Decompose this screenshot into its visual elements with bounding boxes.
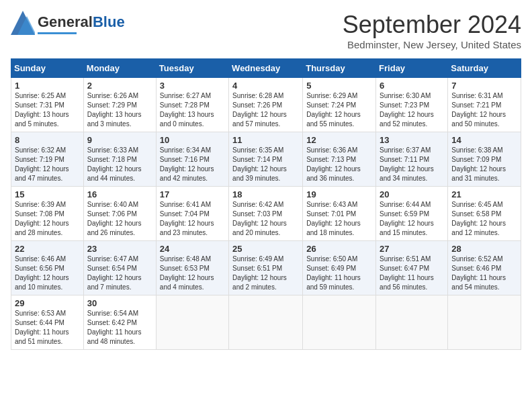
calendar-cell: 6 Sunrise: 6:30 AMSunset: 7:23 PMDayligh… — [376, 78, 448, 132]
calendar-cell: 3 Sunrise: 6:27 AMSunset: 7:28 PMDayligh… — [156, 78, 228, 132]
day-number: 8 — [15, 135, 80, 145]
logo: GeneralBlue — [11, 11, 125, 38]
day-number: 19 — [306, 189, 372, 199]
day-number: 27 — [380, 244, 444, 254]
location: Bedminster, New Jersey, United States — [343, 39, 521, 50]
cell-info: Sunrise: 6:53 AMSunset: 6:44 PMDaylight:… — [15, 310, 69, 345]
calendar-cell: 9 Sunrise: 6:33 AMSunset: 7:18 PMDayligh… — [83, 132, 156, 187]
day-number: 4 — [232, 81, 299, 91]
day-of-week-header: Friday — [376, 59, 448, 78]
day-number: 3 — [160, 81, 225, 91]
cell-info: Sunrise: 6:37 AMSunset: 7:11 PMDaylight:… — [380, 146, 434, 182]
calendar-table: SundayMondayTuesdayWednesdayThursdayFrid… — [11, 58, 521, 350]
cell-info: Sunrise: 6:49 AMSunset: 6:51 PMDaylight:… — [232, 255, 287, 291]
calendar-cell — [229, 295, 303, 350]
day-number: 5 — [306, 81, 372, 91]
cell-info: Sunrise: 6:54 AMSunset: 6:42 PMDaylight:… — [87, 310, 142, 345]
cell-info: Sunrise: 6:40 AMSunset: 7:06 PMDaylight:… — [87, 201, 142, 236]
cell-info: Sunrise: 6:38 AMSunset: 7:09 PMDaylight:… — [451, 146, 506, 182]
cell-info: Sunrise: 6:32 AMSunset: 7:19 PMDaylight:… — [15, 146, 69, 182]
day-number: 14 — [451, 135, 517, 145]
day-number: 16 — [87, 189, 152, 199]
calendar-cell: 25 Sunrise: 6:49 AMSunset: 6:51 PMDaylig… — [229, 241, 303, 295]
cell-info: Sunrise: 6:44 AMSunset: 6:59 PMDaylight:… — [380, 201, 434, 236]
day-number: 7 — [451, 81, 517, 91]
days-header-row: SundayMondayTuesdayWednesdayThursdayFrid… — [11, 59, 521, 78]
cell-info: Sunrise: 6:48 AMSunset: 6:53 PMDaylight:… — [160, 255, 214, 291]
calendar-cell: 1 Sunrise: 6:25 AMSunset: 7:31 PMDayligh… — [11, 78, 84, 132]
day-number: 30 — [87, 298, 152, 308]
day-number: 2 — [87, 81, 152, 91]
cell-info: Sunrise: 6:46 AMSunset: 6:56 PMDaylight:… — [15, 255, 69, 291]
cell-info: Sunrise: 6:39 AMSunset: 7:08 PMDaylight:… — [15, 201, 69, 236]
calendar-cell: 2 Sunrise: 6:26 AMSunset: 7:29 PMDayligh… — [83, 78, 156, 132]
cell-info: Sunrise: 6:47 AMSunset: 6:54 PMDaylight:… — [87, 255, 142, 291]
cell-info: Sunrise: 6:35 AMSunset: 7:14 PMDaylight:… — [232, 146, 287, 182]
day-number: 21 — [451, 189, 517, 199]
day-number: 23 — [87, 244, 152, 254]
logo-text: GeneralBlue — [38, 14, 125, 30]
calendar-cell: 21 Sunrise: 6:45 AMSunset: 6:58 PMDaylig… — [448, 187, 521, 241]
cell-info: Sunrise: 6:31 AMSunset: 7:21 PMDaylight:… — [451, 92, 506, 128]
calendar-week-row: 15 Sunrise: 6:39 AMSunset: 7:08 PMDaylig… — [11, 187, 521, 241]
calendar-cell — [448, 295, 521, 350]
calendar-cell: 4 Sunrise: 6:28 AMSunset: 7:26 PMDayligh… — [229, 78, 303, 132]
day-of-week-header: Thursday — [303, 59, 376, 78]
cell-info: Sunrise: 6:42 AMSunset: 7:03 PMDaylight:… — [232, 201, 287, 236]
day-number: 24 — [160, 244, 225, 254]
day-number: 20 — [380, 189, 444, 199]
cell-info: Sunrise: 6:51 AMSunset: 6:47 PMDaylight:… — [380, 255, 434, 291]
cell-info: Sunrise: 6:25 AMSunset: 7:31 PMDaylight:… — [15, 92, 69, 128]
cell-info: Sunrise: 6:28 AMSunset: 7:26 PMDaylight:… — [232, 92, 287, 128]
calendar-week-row: 22 Sunrise: 6:46 AMSunset: 6:56 PMDaylig… — [11, 241, 521, 295]
calendar-cell: 8 Sunrise: 6:32 AMSunset: 7:19 PMDayligh… — [11, 132, 84, 187]
calendar-cell: 24 Sunrise: 6:48 AMSunset: 6:53 PMDaylig… — [156, 241, 228, 295]
day-number: 11 — [232, 135, 299, 145]
day-number: 12 — [306, 135, 372, 145]
day-number: 22 — [15, 244, 80, 254]
calendar-cell: 22 Sunrise: 6:46 AMSunset: 6:56 PMDaylig… — [11, 241, 84, 295]
logo-icon — [11, 11, 35, 38]
cell-info: Sunrise: 6:45 AMSunset: 6:58 PMDaylight:… — [451, 201, 506, 236]
calendar-week-row: 29 Sunrise: 6:53 AMSunset: 6:44 PMDaylig… — [11, 295, 521, 350]
calendar-cell: 26 Sunrise: 6:50 AMSunset: 6:49 PMDaylig… — [303, 241, 376, 295]
day-of-week-header: Monday — [83, 59, 156, 78]
cell-info: Sunrise: 6:50 AMSunset: 6:49 PMDaylight:… — [306, 255, 361, 291]
calendar-cell: 13 Sunrise: 6:37 AMSunset: 7:11 PMDaylig… — [376, 132, 448, 187]
cell-info: Sunrise: 6:26 AMSunset: 7:29 PMDaylight:… — [87, 92, 142, 128]
cell-info: Sunrise: 6:36 AMSunset: 7:13 PMDaylight:… — [306, 146, 361, 182]
title-section: September 2024 Bedminster, New Jersey, U… — [343, 11, 521, 50]
day-of-week-header: Wednesday — [229, 59, 303, 78]
cell-info: Sunrise: 6:30 AMSunset: 7:23 PMDaylight:… — [380, 92, 434, 128]
day-number: 25 — [232, 244, 299, 254]
day-number: 6 — [380, 81, 444, 91]
day-number: 9 — [87, 135, 152, 145]
calendar-cell: 30 Sunrise: 6:54 AMSunset: 6:42 PMDaylig… — [83, 295, 156, 350]
day-number: 26 — [306, 244, 372, 254]
day-of-week-header: Sunday — [11, 59, 84, 78]
calendar-cell: 15 Sunrise: 6:39 AMSunset: 7:08 PMDaylig… — [11, 187, 84, 241]
cell-info: Sunrise: 6:34 AMSunset: 7:16 PMDaylight:… — [160, 146, 214, 182]
calendar-cell: 20 Sunrise: 6:44 AMSunset: 6:59 PMDaylig… — [376, 187, 448, 241]
calendar-cell: 5 Sunrise: 6:29 AMSunset: 7:24 PMDayligh… — [303, 78, 376, 132]
calendar-cell: 11 Sunrise: 6:35 AMSunset: 7:14 PMDaylig… — [229, 132, 303, 187]
cell-info: Sunrise: 6:43 AMSunset: 7:01 PMDaylight:… — [306, 201, 361, 236]
calendar-week-row: 8 Sunrise: 6:32 AMSunset: 7:19 PMDayligh… — [11, 132, 521, 187]
cell-info: Sunrise: 6:29 AMSunset: 7:24 PMDaylight:… — [306, 92, 361, 128]
calendar-cell: 7 Sunrise: 6:31 AMSunset: 7:21 PMDayligh… — [448, 78, 521, 132]
day-of-week-header: Saturday — [448, 59, 521, 78]
day-number: 15 — [15, 189, 80, 199]
calendar-cell: 19 Sunrise: 6:43 AMSunset: 7:01 PMDaylig… — [303, 187, 376, 241]
day-of-week-header: Tuesday — [156, 59, 228, 78]
day-number: 28 — [451, 244, 517, 254]
calendar-cell: 10 Sunrise: 6:34 AMSunset: 7:16 PMDaylig… — [156, 132, 228, 187]
day-number: 29 — [15, 298, 80, 308]
calendar-cell: 28 Sunrise: 6:52 AMSunset: 6:46 PMDaylig… — [448, 241, 521, 295]
day-number: 1 — [15, 81, 80, 91]
calendar-week-row: 1 Sunrise: 6:25 AMSunset: 7:31 PMDayligh… — [11, 78, 521, 132]
day-number: 10 — [160, 135, 225, 145]
cell-info: Sunrise: 6:52 AMSunset: 6:46 PMDaylight:… — [451, 255, 506, 291]
calendar-cell: 27 Sunrise: 6:51 AMSunset: 6:47 PMDaylig… — [376, 241, 448, 295]
calendar-cell: 12 Sunrise: 6:36 AMSunset: 7:13 PMDaylig… — [303, 132, 376, 187]
day-number: 13 — [380, 135, 444, 145]
